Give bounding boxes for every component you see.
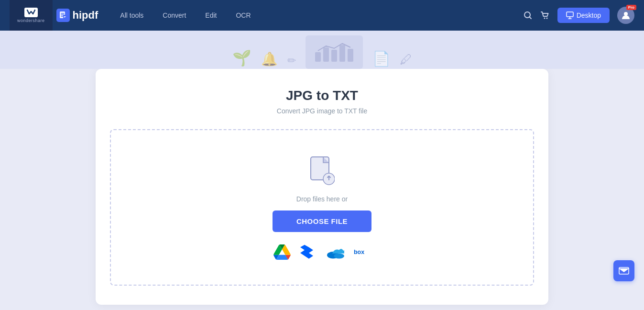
brand-area: wondershare bbox=[10, 0, 53, 31]
pen-icon: 🖊 bbox=[400, 52, 412, 69]
svg-rect-5 bbox=[567, 12, 573, 17]
hero-background: 🌱 🔔 ✏ 📄 🖊 bbox=[0, 31, 644, 69]
google-drive-icon[interactable] bbox=[273, 244, 291, 261]
search-button[interactable] bbox=[523, 11, 533, 20]
svg-rect-9 bbox=[331, 50, 337, 62]
svg-rect-11 bbox=[348, 49, 353, 62]
nav-actions: Desktop Pro bbox=[523, 7, 634, 24]
nav-ocr[interactable]: OCR bbox=[228, 8, 258, 23]
onedrive-icon[interactable] bbox=[327, 244, 344, 261]
user-avatar[interactable]: Pro bbox=[617, 7, 634, 24]
svg-point-3 bbox=[544, 18, 545, 19]
lamp-icon: 🔔 bbox=[261, 51, 278, 69]
nav-edit[interactable]: Edit bbox=[197, 8, 224, 23]
svg-text:box: box bbox=[354, 249, 364, 255]
wondershare-logo: wondershare bbox=[17, 8, 45, 23]
chart-display bbox=[306, 35, 363, 69]
pro-badge: Pro bbox=[626, 5, 636, 10]
nav-all-tools[interactable]: All tools bbox=[112, 8, 151, 23]
svg-point-6 bbox=[624, 12, 628, 16]
nav-links: All tools Convert Edit OCR bbox=[112, 8, 523, 23]
desktop-button[interactable]: Desktop bbox=[557, 8, 610, 23]
svg-rect-8 bbox=[323, 47, 329, 62]
drop-zone[interactable]: Drop files here or CHOOSE FILE bbox=[110, 129, 534, 286]
wondershare-text: wondershare bbox=[17, 18, 45, 23]
hipdf-label: hipdf bbox=[73, 9, 98, 22]
doc-icon: 📄 bbox=[372, 50, 390, 69]
svg-point-4 bbox=[546, 18, 547, 19]
cloud-icons: box bbox=[273, 244, 371, 261]
svg-rect-10 bbox=[339, 45, 345, 62]
desktop-label: Desktop bbox=[577, 11, 601, 19]
drop-text: Drop files here or bbox=[296, 195, 348, 203]
ws-icon bbox=[24, 8, 38, 17]
mail-button[interactable] bbox=[613, 260, 634, 281]
box-icon[interactable]: box bbox=[354, 244, 371, 261]
hipdf-icon bbox=[56, 9, 70, 22]
svg-point-15 bbox=[334, 254, 344, 259]
pencil-icon: ✏ bbox=[287, 55, 296, 69]
dropbox-icon[interactable] bbox=[300, 244, 317, 261]
main-content: JPG to TXT Convert JPG image to TXT file… bbox=[0, 69, 644, 310]
navbar: wondershare hipdf All tools Convert Edit… bbox=[0, 0, 644, 31]
hipdf-logo[interactable]: hipdf bbox=[56, 9, 98, 22]
page-title: JPG to TXT bbox=[110, 88, 534, 103]
upload-icon bbox=[308, 154, 337, 188]
plant-icon: 🌱 bbox=[232, 49, 251, 69]
converter-card: JPG to TXT Convert JPG image to TXT file… bbox=[96, 69, 548, 305]
svg-rect-7 bbox=[315, 52, 321, 62]
page-subtitle: Convert JPG image to TXT file bbox=[110, 107, 534, 115]
cart-button[interactable] bbox=[540, 11, 550, 20]
choose-file-button[interactable]: CHOOSE FILE bbox=[273, 210, 371, 232]
nav-convert[interactable]: Convert bbox=[155, 8, 194, 23]
hero-illustration: 🌱 🔔 ✏ 📄 🖊 bbox=[213, 35, 431, 69]
